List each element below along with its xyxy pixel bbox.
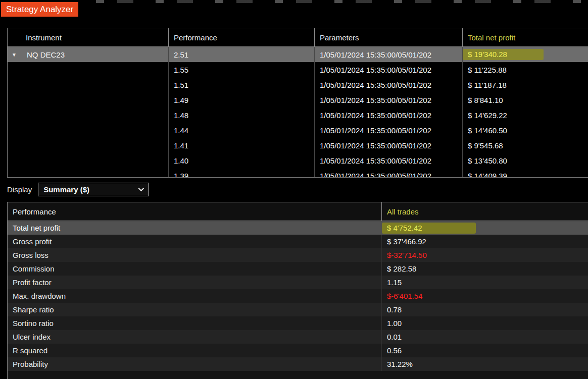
performance-cell: 2.51 [169,47,315,62]
total-net-profit-cell: $ 14'409.39 [463,168,588,177]
summary-row[interactable]: Profit factor1.15 [8,276,588,289]
summary-row[interactable]: Commission$ 282.58 [8,262,588,276]
metric-value: 0.78 [382,305,402,314]
summary-row[interactable]: Gross profit$ 37'466.92 [8,235,588,248]
total-net-profit-cell: $ 14'460.50 [463,123,588,138]
parameters-cell: 1/05/01/2024 15:35:00/05/01/202 [315,138,463,153]
results-table-header: Instrument Performance Parameters Total … [8,28,588,47]
profit-value: $ 11'225.88 [463,66,507,74]
performance-cell: 1.51 [169,77,315,92]
expand-arrow-icon[interactable]: ▼ [12,52,19,58]
metric-label: Ulcer index [8,330,382,344]
summary-row[interactable]: Sharpe ratio0.78 [8,303,588,316]
column-header-parameters[interactable]: Parameters [315,28,463,46]
performance-cell: 1.40 [169,153,315,168]
summary-row[interactable]: R squared0.56 [8,344,588,357]
metric-value: $ 37'466.92 [382,237,426,246]
results-table-row[interactable]: 1.511/05/01/2024 15:35:00/05/01/202$ 11'… [8,77,588,92]
optimization-results-table: Instrument Performance Parameters Total … [7,28,588,178]
metric-value-cell: 1.00 [382,316,588,330]
display-selector-row: Display Summary ($) [7,182,149,196]
results-table-row[interactable]: 1.441/05/01/2024 15:35:00/05/01/202$ 14'… [8,123,588,138]
clipped-top-strip [96,0,588,3]
profit-value: $ 14'629.22 [463,111,507,120]
metric-value-cell: $-6'401.54 [382,289,588,303]
chevron-down-icon [138,186,144,191]
parameters-cell: 1/05/01/2024 15:35:00/05/01/202 [315,153,463,168]
summary-table-header: Performance All trades [8,202,588,221]
total-net-profit-cell: $ 11'187.18 [463,77,588,92]
metric-label: Sortino ratio [8,316,382,330]
metric-value-cell: 0.56 [382,344,588,357]
results-table-row[interactable]: 1.391/05/01/2024 15:35:00/05/01/202$ 14'… [8,168,588,177]
column-header-performance-metric[interactable]: Performance [8,202,382,221]
performance-cell: 1.49 [169,92,315,107]
results-table-row[interactable]: 1.491/05/01/2024 15:35:00/05/01/202$ 8'8… [8,92,588,107]
parameters-cell: 1/05/01/2024 15:35:00/05/01/202 [315,92,463,107]
metric-label: Sharpe ratio [8,303,382,316]
summary-row[interactable]: Sortino ratio1.00 [8,316,588,330]
metric-value-cell: $-32'714.50 [382,248,588,262]
window-title-badge[interactable]: Strategy Analyzer [1,2,78,17]
instrument-cell [8,168,169,177]
total-net-profit-cell: $ 8'841.10 [463,92,588,107]
profit-value: $ 14'409.39 [463,172,507,178]
results-table-row[interactable]: 1.401/05/01/2024 15:35:00/05/01/202$ 13'… [8,153,588,168]
instrument-cell [8,107,169,123]
instrument-cell: ▼NQ DEC23 [8,47,169,62]
parameters-cell: 1/05/01/2024 15:35:00/05/01/202 [315,168,463,177]
results-table-row[interactable]: 1.551/05/01/2024 15:35:00/05/01/202$ 11'… [8,62,588,77]
profit-value: $ 9'545.68 [463,141,503,150]
metric-label: Total net profit [8,221,382,235]
performance-cell: 1.39 [169,168,315,177]
instrument-cell [8,62,169,77]
column-header-all-trades[interactable]: All trades [382,202,588,221]
metric-value-cell: $ 282.58 [382,262,588,276]
metric-value: 31.22% [382,360,413,368]
profit-value: $ 14'460.50 [463,126,507,135]
metric-value: $-32'714.50 [382,251,427,259]
performance-summary-table: Performance All trades Total net profit$… [7,202,588,379]
strategy-analyzer-window: Strategy Analyzer Instrument Performance… [0,0,588,379]
instrument-cell [8,123,169,138]
metric-label: Profit factor [8,276,382,289]
summary-row[interactable]: Ulcer index0.01 [8,330,588,344]
profit-value: $ 8'841.10 [463,96,503,104]
column-header-instrument[interactable]: Instrument [8,28,169,46]
summary-row[interactable]: Probability31.22% [8,357,588,371]
metric-label: Gross profit [8,235,382,248]
total-net-profit-cell: $ 13'450.80 [463,153,588,168]
instrument-cell [8,77,169,92]
display-label: Display [7,185,32,194]
metric-value-cell: $ 37'466.92 [382,235,588,248]
metric-label: Probability [8,357,382,371]
summary-row[interactable]: Gross loss$-32'714.50 [8,248,588,262]
metric-value: $-6'401.54 [382,292,422,300]
performance-cell: 1.55 [169,62,315,77]
profit-value: $ 11'187.18 [463,81,507,89]
results-table-row[interactable]: 1.481/05/01/2024 15:35:00/05/01/202$ 14'… [8,107,588,123]
profit-value: $ 13'450.80 [463,156,507,165]
summary-row[interactable]: Max. drawdown$-6'401.54 [8,289,588,303]
instrument-cell [8,153,169,168]
column-header-total-net-profit[interactable]: Total net profit [463,28,588,46]
results-table-row[interactable]: ▼NQ DEC232.511/05/01/2024 15:35:00/05/01… [8,47,588,62]
column-header-performance[interactable]: Performance [169,28,315,46]
metric-label: Commission [8,262,382,276]
results-table-row[interactable]: 1.411/05/01/2024 15:35:00/05/01/202$ 9'5… [8,138,588,153]
total-net-profit-cell: $ 19'340.28 [463,47,588,62]
instrument-cell [8,138,169,153]
metric-label: R squared [8,344,382,357]
metric-value-cell: 0.78 [382,303,588,316]
total-net-profit-cell: $ 9'545.68 [463,138,588,153]
performance-cell: 1.41 [169,138,315,153]
display-dropdown[interactable]: Summary ($) [38,183,149,196]
parameters-cell: 1/05/01/2024 15:35:00/05/01/202 [315,62,463,77]
total-net-profit-cell: $ 14'629.22 [463,107,588,123]
summary-table-body: Total net profit$ 4'752.42Gross profit$ … [8,221,588,371]
parameters-cell: 1/05/01/2024 15:35:00/05/01/202 [315,123,463,138]
summary-row[interactable]: Total net profit$ 4'752.42 [8,221,588,235]
metric-value: $ 282.58 [382,264,416,273]
metric-value-cell: 31.22% [382,357,588,371]
metric-value-cell: $ 4'752.42 [382,221,588,235]
